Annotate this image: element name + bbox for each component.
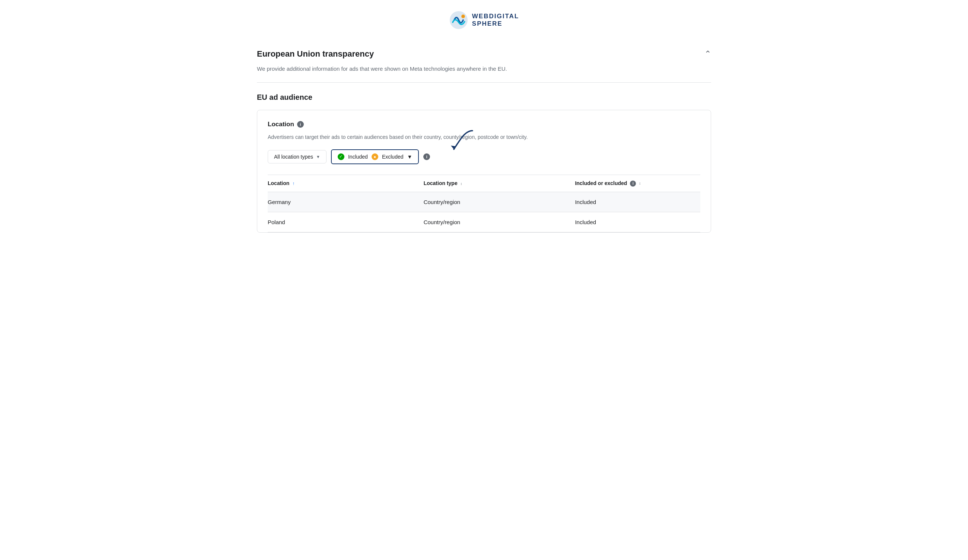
location-sort-asc-icon[interactable]: ↑: [292, 181, 295, 186]
location-table: Location ↑ Location type ↕ Included or e…: [268, 175, 700, 232]
eu-transparency-title: European Union transparency: [257, 49, 374, 59]
location-type-label: All location types: [274, 154, 313, 160]
type-sort-icon[interactable]: ↕: [461, 182, 462, 186]
logo-icon: [449, 10, 468, 30]
cell-location-2: Poland: [268, 212, 419, 232]
col-type-label: Location type: [424, 180, 457, 186]
location-title: Location: [268, 121, 294, 128]
location-type-dropdown[interactable]: All location types ▼: [268, 150, 327, 164]
logo-container: WEBDIGITAL SPHERE: [449, 10, 519, 30]
status-sort-icon[interactable]: ↕: [639, 181, 641, 186]
table-row: Poland Country/region Included: [268, 212, 700, 232]
cell-status-1: Included: [570, 192, 700, 212]
included-excluded-dropdown[interactable]: ✓ Included ● Excluded ▼: [331, 149, 419, 164]
included-excluded-arrow: ▼: [407, 154, 412, 160]
section-divider: [257, 82, 711, 83]
collapse-icon[interactable]: ⌃: [704, 49, 711, 59]
location-info-icon[interactable]: i: [297, 121, 304, 128]
included-status-dot: ✓: [338, 153, 345, 160]
cell-type-2: Country/region: [419, 212, 571, 232]
col-location-label: Location: [268, 180, 289, 186]
arrow-annotation: [446, 129, 476, 156]
col-header-status: Included or excluded i ↕: [570, 175, 700, 192]
col-status-label: Included or excluded: [575, 180, 627, 186]
table-body: Germany Country/region Included Poland C…: [268, 192, 700, 232]
location-description: Advertisers can target their ads to cert…: [268, 133, 700, 141]
cell-location-1: Germany: [268, 192, 419, 212]
excluded-status-dot: ●: [371, 153, 378, 160]
logo-text-top: WEBDIGITAL: [472, 13, 519, 20]
col-header-type: Location type ↕: [419, 175, 571, 192]
location-card: Location i Advertisers can target their …: [257, 110, 711, 233]
logo-text: WEBDIGITAL SPHERE: [472, 13, 519, 28]
cell-status-2: Included: [570, 212, 700, 232]
filter-info-icon[interactable]: i: [423, 153, 430, 160]
cell-type-1: Country/region: [419, 192, 571, 212]
col-header-location: Location ↑: [268, 175, 419, 192]
excluded-label: Excluded: [382, 154, 404, 160]
eu-transparency-description: We provide additional information for ad…: [257, 65, 711, 82]
table-header-row: Location ↑ Location type ↕ Included or e…: [268, 175, 700, 192]
svg-point-2: [462, 15, 464, 18]
included-label: Included: [348, 154, 368, 160]
table-row: Germany Country/region Included: [268, 192, 700, 212]
filter-row: All location types ▼ ✓ Included ● Exclud…: [268, 149, 700, 164]
eu-transparency-header: European Union transparency ⌃: [257, 39, 711, 65]
location-type-arrow: ▼: [316, 154, 320, 159]
logo-text-bottom: SPHERE: [472, 20, 519, 28]
eu-audience-title: EU ad audience: [257, 93, 711, 102]
logo-bar: WEBDIGITAL SPHERE: [0, 0, 968, 39]
status-col-info-icon[interactable]: i: [630, 181, 636, 187]
location-header: Location i: [268, 121, 700, 128]
